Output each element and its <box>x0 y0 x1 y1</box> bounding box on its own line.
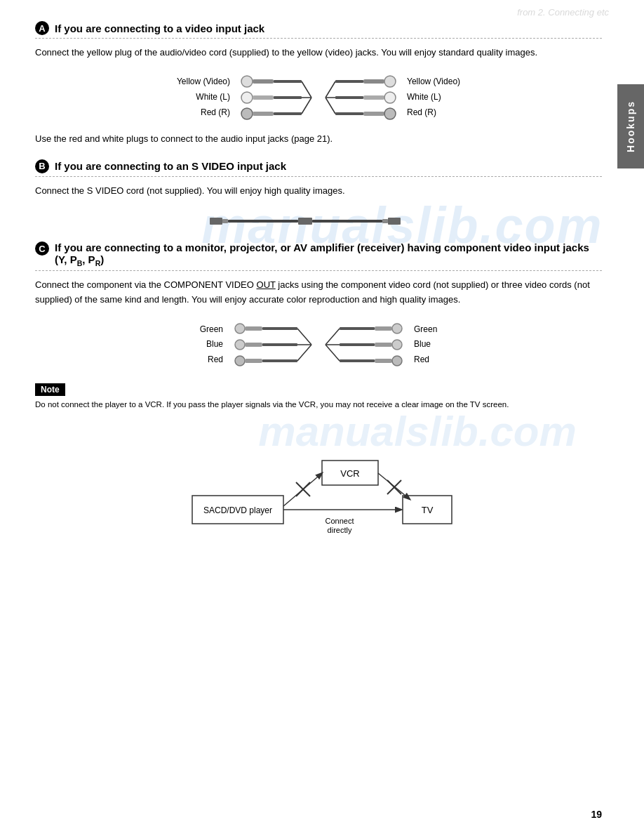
svg-text:directly: directly <box>328 526 352 534</box>
svg-point-3 <box>241 92 253 103</box>
svg-rect-29 <box>382 219 388 223</box>
svg-point-54 <box>392 356 402 366</box>
hookups-sidebar-tab: Hookups <box>617 84 644 168</box>
svg-text:TV: TV <box>422 505 434 515</box>
svg-rect-28 <box>312 220 382 223</box>
svg-rect-46 <box>340 327 375 330</box>
sidebar-label: Hookups <box>625 100 636 152</box>
component-left-svg <box>227 320 318 369</box>
label-green-left: Green <box>200 322 223 338</box>
svg-line-14 <box>326 98 335 114</box>
svg-point-17 <box>384 76 396 87</box>
svg-rect-38 <box>245 359 262 363</box>
svg-point-34 <box>235 340 245 350</box>
svg-line-9 <box>302 81 311 98</box>
section-c-title: If you are connecting to a monitor, proj… <box>55 241 602 267</box>
section-c-body: Connect the component via the COMPONENT … <box>35 278 602 307</box>
svg-line-45 <box>326 345 340 361</box>
svg-rect-35 <box>245 343 262 347</box>
svg-point-31 <box>235 324 245 333</box>
svg-rect-18 <box>335 96 363 99</box>
section-a-body2: Use the red and white plugs to connect t… <box>35 132 602 147</box>
section-b-body-text: Connect the S VIDEO cord (not supplied).… <box>35 185 345 196</box>
svg-point-20 <box>384 92 396 103</box>
section-a-body1: Connect the yellow plug of the audio/vid… <box>35 46 602 60</box>
svg-text:SACD/DVD player: SACD/DVD player <box>203 505 272 515</box>
section-a-badge: A <box>35 21 49 35</box>
svg-rect-25 <box>222 219 228 223</box>
svg-rect-15 <box>335 80 363 83</box>
label-blue-right: Blue <box>414 337 437 352</box>
svg-point-51 <box>392 340 402 350</box>
svg-line-12 <box>326 81 335 98</box>
svg-rect-24 <box>210 218 222 225</box>
svg-rect-52 <box>340 359 375 362</box>
svg-line-43 <box>326 329 340 345</box>
svg-rect-47 <box>375 326 392 331</box>
svideo-cable-svg <box>206 211 431 232</box>
svg-rect-4 <box>253 95 274 100</box>
rca-connector-diagram-a: Yellow (Video) White (L) Red (R) <box>35 73 602 122</box>
component-right-svg <box>318 320 410 369</box>
section-b-title: If you are connecting to an S VIDEO inpu… <box>55 160 286 172</box>
note-section: Note Do not connect the player to a VCR.… <box>35 383 602 411</box>
section-a-title: If you are connecting to a video input j… <box>55 22 264 34</box>
svg-line-42 <box>297 345 311 361</box>
rca-right-svg <box>318 73 403 122</box>
section-a-header: A If you are connecting to a video input… <box>35 21 602 39</box>
label-white-right: White (L) <box>407 90 460 105</box>
component-out-text: OUT <box>257 279 276 290</box>
label-green-right: Green <box>414 322 437 338</box>
svg-rect-36 <box>262 343 297 346</box>
label-white-left: White (L) <box>177 90 230 105</box>
svideo-diagram <box>35 211 602 232</box>
vcr-diagram-svg: SACD/DVD player VCR TV <box>171 422 466 548</box>
label-blue-left: Blue <box>200 337 223 352</box>
label-yellow-right: Yellow (Video) <box>407 74 460 90</box>
svg-rect-49 <box>340 343 375 346</box>
section-a-body1-text: Connect the yellow plug of the audio/vid… <box>35 47 537 58</box>
component-cable-diagram: Green Blue Red <box>35 320 602 369</box>
svg-rect-30 <box>388 218 401 225</box>
label-red-right: Red <box>414 352 437 368</box>
label-red-left: Red (R) <box>177 105 230 121</box>
svg-point-0 <box>241 76 253 87</box>
svg-point-6 <box>241 108 253 119</box>
svg-rect-16 <box>363 79 384 84</box>
section-a-body2-text: Use the red and white plugs to connect t… <box>35 133 333 144</box>
svg-text:VCR: VCR <box>340 468 359 479</box>
svg-rect-19 <box>363 95 384 100</box>
section-b-badge: B <box>35 159 49 173</box>
faded-header-text: from 2. Connecting etc <box>517 7 609 18</box>
svg-rect-50 <box>375 343 392 347</box>
note-label: Note <box>35 383 65 396</box>
page-number: 19 <box>591 809 602 820</box>
svg-point-48 <box>392 324 402 333</box>
section-c-badge: C <box>35 241 49 256</box>
svg-rect-33 <box>262 327 297 330</box>
svg-rect-32 <box>245 326 262 331</box>
label-yellow-left: Yellow (Video) <box>177 74 230 90</box>
svg-rect-2 <box>274 80 302 83</box>
svg-rect-7 <box>253 112 274 116</box>
svg-rect-39 <box>262 359 297 362</box>
svg-line-40 <box>297 329 311 345</box>
rca-labels-left: Yellow (Video) White (L) Red (R) <box>177 74 230 120</box>
section-b-body: Connect the S VIDEO cord (not supplied).… <box>35 184 602 199</box>
svg-rect-27 <box>298 218 312 225</box>
label-red-left: Red <box>200 352 223 368</box>
svg-rect-22 <box>363 112 384 116</box>
note-text: Do not connect the player to a VCR. If y… <box>35 399 602 411</box>
component-labels-right: Green Blue Red <box>414 322 437 368</box>
svg-rect-5 <box>274 96 302 99</box>
svg-rect-8 <box>274 112 302 115</box>
section-c-header: C If you are connecting to a monitor, pr… <box>35 241 602 271</box>
svg-point-37 <box>235 356 245 366</box>
component-labels-left: Green Blue Red <box>200 322 223 368</box>
section-b-header: B If you are connecting to an S VIDEO in… <box>35 159 602 177</box>
svg-line-11 <box>302 98 311 114</box>
rca-labels-right: Yellow (Video) White (L) Red (R) <box>407 74 460 120</box>
rca-left-svg <box>234 73 318 122</box>
vcr-diagram: SACD/DVD player VCR TV <box>35 422 602 548</box>
label-red-right: Red (R) <box>407 105 460 121</box>
